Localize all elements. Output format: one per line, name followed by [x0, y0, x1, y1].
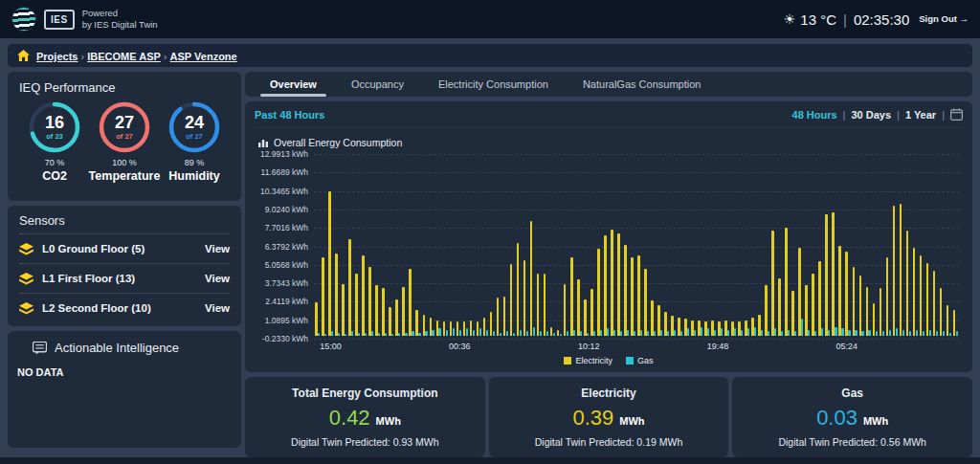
gas-bar — [801, 319, 803, 336]
electricity-bar — [590, 289, 593, 335]
sensor-list: L0 Ground Floor (5) View L1 First Floor … — [19, 233, 230, 322]
electricity-bar — [637, 255, 640, 335]
sensor-view-link[interactable]: View — [205, 273, 230, 284]
y-axis-labels: 12.9913 kWh11.6689 kWh10.3465 kWh9.0240 … — [255, 154, 314, 339]
gas-bar — [902, 330, 904, 336]
card-electricity: Electricity 0.39 MWh Digital Twin Predic… — [489, 377, 729, 457]
gauge-value: 16 — [45, 114, 64, 131]
gauge-label: CO2 — [42, 169, 67, 183]
gas-bar — [694, 330, 696, 336]
tab-overview[interactable]: Overview — [253, 72, 334, 97]
card-value: 0.39 — [572, 406, 613, 431]
gas-bar — [358, 333, 360, 336]
gridline — [314, 228, 959, 229]
gas-bar — [956, 331, 958, 335]
gas-bar — [371, 331, 373, 335]
electricity-bar — [893, 206, 896, 336]
tab-electricity-consumption[interactable]: Electricity Consumption — [421, 72, 566, 97]
gas-bar — [788, 330, 790, 336]
sensors-title: Sensors — [19, 213, 230, 233]
gas-bar — [841, 328, 843, 335]
sign-out-button[interactable]: Sign Out → — [919, 13, 969, 24]
breadcrumb-items: Projects › IBECOME ASP › ASP Venzone — [36, 47, 237, 64]
gas-bar — [667, 331, 669, 335]
gas-bar — [828, 330, 830, 336]
gas-bar — [701, 327, 702, 336]
gas-bar — [398, 333, 400, 336]
calendar-icon[interactable] — [950, 108, 963, 121]
gas-bar — [727, 330, 729, 336]
gauge-label: Humidity — [168, 169, 219, 183]
sensors-panel: Sensors L0 Ground Floor (5) View L1 Firs… — [8, 206, 241, 326]
range-option[interactable]: 1 Year — [905, 109, 936, 121]
home-icon[interactable] — [17, 50, 30, 61]
gas-bar — [909, 331, 911, 335]
sensor-view-link[interactable]: View — [205, 243, 230, 254]
card-predicted: Digital Twin Predicted: 0.19 MWh — [535, 436, 682, 448]
electricity-bar — [791, 291, 794, 336]
electricity-bar — [859, 276, 862, 336]
electricity-bar — [415, 310, 418, 335]
electricity-bar — [886, 257, 889, 336]
gas-bar — [378, 333, 380, 336]
gas-bar — [466, 328, 468, 335]
electricity-bar — [510, 264, 513, 335]
gas-bar — [587, 333, 589, 336]
range-option[interactable]: 30 Days — [851, 109, 891, 121]
gridline — [314, 210, 959, 210]
gridline — [314, 301, 959, 302]
legend-item: Electricity — [564, 356, 612, 365]
range-option[interactable]: 48 Hours — [792, 109, 837, 121]
gas-bar — [754, 327, 756, 336]
gas-bar — [654, 331, 656, 335]
actionable-intelligence-panel: Actionable Intelligence NO DATA — [8, 331, 241, 448]
main-panel: OverviewOccupancyElectricity Consumption… — [245, 72, 972, 457]
breadcrumb-link[interactable]: IBECOME ASP — [87, 51, 161, 62]
gas-bar — [365, 333, 367, 336]
gas-bar — [721, 328, 723, 335]
range-options: 48 Hours|30 Days|1 Year| — [792, 108, 963, 121]
legend-swatch — [564, 357, 571, 365]
gas-bar — [526, 331, 528, 335]
card-total-energy-consumption: Total Energy Consumption 0.42 MWh Digita… — [245, 377, 485, 457]
x-tick-label: 00:36 — [449, 342, 471, 351]
gas-bar — [687, 328, 689, 335]
gas-bar — [318, 333, 320, 336]
electricity-bar — [920, 255, 923, 335]
layers-icon — [19, 273, 33, 285]
layers-icon — [19, 243, 33, 255]
tab-occupancy[interactable]: Occupancy — [334, 72, 421, 97]
gauge-text: 16 of 23 — [28, 100, 81, 154]
tab-naturalgas-consumption[interactable]: NaturalGas Consumption — [566, 72, 719, 97]
gas-bar — [338, 333, 340, 336]
card-value: 0.03 — [816, 406, 858, 431]
breadcrumb-link[interactable]: ASP Venzone — [170, 51, 237, 62]
gas-bar — [453, 328, 455, 335]
y-tick-label: 5.0568 kWh — [265, 260, 308, 270]
gas-bar — [943, 331, 945, 335]
gas-bar — [647, 331, 649, 335]
summary-cards: Total Energy Consumption 0.42 MWh Digita… — [245, 377, 972, 457]
ieq-gauge: 16 of 23 70 % CO2 — [21, 100, 88, 183]
past-range-label: Past 48 Hours — [255, 109, 324, 121]
range-separator: | — [843, 109, 846, 121]
electricity-bar — [564, 284, 567, 336]
gas-bar — [607, 328, 609, 335]
electricity-bar — [470, 320, 473, 336]
card-title: Total Energy Consumption — [292, 387, 437, 400]
gas-bar — [640, 330, 642, 336]
gridline — [314, 320, 959, 321]
card-unit: MWh — [376, 415, 401, 427]
gridline — [314, 247, 959, 248]
left-sidebar: IEQ Performance 16 of 23 70 % CO2 27 of … — [8, 72, 241, 457]
electricity-bar — [382, 288, 385, 336]
header-right: ☀ 13 °C | 02:35:30 Sign Out → — [784, 11, 969, 28]
gas-bar — [808, 330, 810, 336]
breadcrumb-link[interactable]: Projects — [36, 51, 78, 62]
y-tick-label: 2.4119 kWh — [265, 297, 308, 306]
chart-title: Overall Energy Consumption — [274, 137, 402, 148]
gas-bar — [520, 330, 522, 336]
sensor-view-link[interactable]: View — [205, 302, 230, 314]
electricity-bar — [900, 204, 902, 335]
y-tick-label: 1.0895 kWh — [265, 316, 308, 325]
